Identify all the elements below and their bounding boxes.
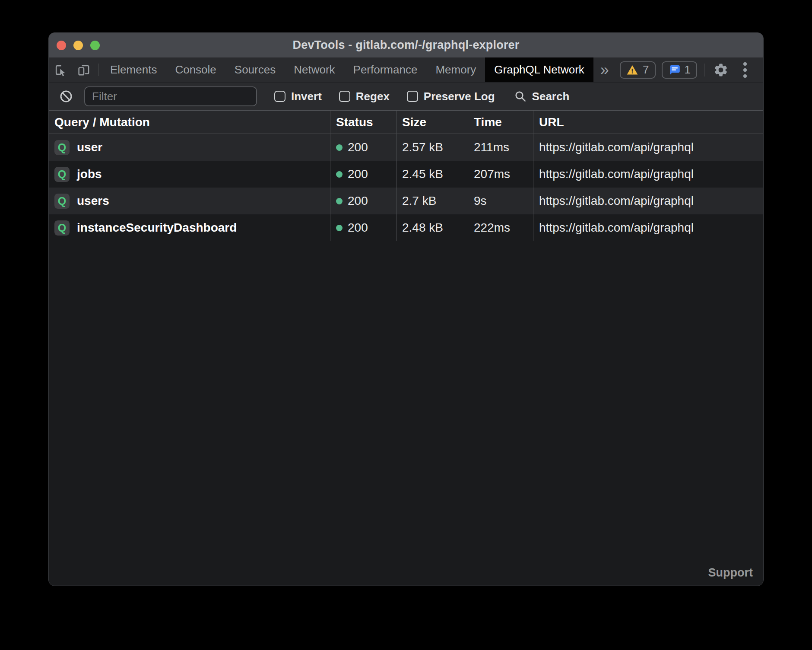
time-value: 9s [474, 194, 487, 208]
warnings-badge[interactable]: 7 [620, 61, 655, 79]
tab-memory[interactable]: Memory [426, 57, 485, 82]
table-row[interactable]: Q user 200 2.57 kB 211ms https://gitlab.… [49, 134, 763, 161]
query-type-badge: Q [54, 140, 70, 155]
status-value: 200 [348, 221, 368, 235]
column-header-size[interactable]: Size [396, 111, 468, 134]
warnings-count: 7 [643, 63, 649, 76]
invert-label: Invert [291, 90, 322, 103]
preserve-log-checkbox[interactable] [407, 91, 418, 102]
tab-console[interactable]: Console [166, 57, 225, 82]
window-title: DevTools - gitlab.com/-/graphql-explorer [292, 38, 519, 52]
status-ok-dot-icon [336, 225, 343, 231]
query-name: instanceSecurityDashboard [77, 221, 237, 235]
devtools-tabbar: Elements Console Sources Network Perform… [49, 57, 763, 83]
issues-count: 1 [685, 63, 691, 76]
invert-checkbox[interactable] [274, 91, 285, 102]
devtools-window: DevTools - gitlab.com/-/graphql-explorer… [48, 32, 764, 586]
column-header-query[interactable]: Query / Mutation [49, 111, 330, 134]
gear-icon [713, 62, 729, 78]
minimize-window-button[interactable] [73, 41, 83, 50]
warning-triangle-icon [626, 64, 638, 76]
size-value: 2.57 kB [402, 140, 443, 154]
requests-table: Query / Mutation Status Size Time URL Q … [49, 111, 763, 241]
table-header: Query / Mutation Status Size Time URL [49, 111, 763, 134]
tabbar-divider [98, 64, 98, 76]
kebab-icon [743, 62, 747, 66]
regex-label: Regex [356, 90, 390, 103]
regex-checkbox-group[interactable]: Regex [339, 90, 390, 103]
size-value: 2.45 kB [402, 167, 443, 181]
search-icon [514, 90, 527, 103]
size-value: 2.48 kB [402, 221, 443, 235]
preserve-log-label: Preserve Log [424, 90, 495, 103]
settings-button[interactable] [711, 62, 730, 78]
status-ok-dot-icon [336, 198, 343, 204]
clear-requests-button[interactable] [59, 89, 73, 103]
query-type-badge: Q [54, 220, 70, 236]
query-name: user [77, 140, 102, 154]
tab-elements[interactable]: Elements [101, 57, 166, 82]
message-bubble-icon [668, 64, 680, 76]
toggle-device-toolbar-button[interactable] [72, 57, 95, 82]
more-options-button[interactable] [736, 62, 754, 78]
tab-network[interactable]: Network [285, 57, 344, 82]
url-value: https://gitlab.com/api/graphql [539, 221, 694, 235]
query-name: jobs [77, 167, 102, 181]
query-name: users [77, 194, 109, 208]
column-header-time[interactable]: Time [468, 111, 533, 134]
more-tabs-chevron-icon[interactable]: » [593, 57, 616, 82]
table-row[interactable]: Q jobs 200 2.45 kB 207ms https://gitlab.… [49, 161, 763, 188]
url-value: https://gitlab.com/api/graphql [539, 167, 694, 181]
zoom-window-button[interactable] [90, 41, 100, 50]
tab-performance[interactable]: Performance [344, 57, 427, 82]
column-header-url[interactable]: URL [533, 111, 763, 134]
status-ok-dot-icon [336, 171, 343, 178]
tab-sources[interactable]: Sources [225, 57, 285, 82]
query-type-badge: Q [54, 167, 70, 182]
tab-graphql-network[interactable]: GraphQL Network [485, 57, 593, 82]
search-button[interactable]: Search [514, 90, 570, 103]
table-row[interactable]: Q instanceSecurityDashboard 200 2.48 kB … [49, 214, 763, 241]
search-label: Search [532, 90, 570, 103]
size-value: 2.7 kB [402, 194, 436, 208]
status-value: 200 [348, 167, 368, 181]
tabbar-right-divider [704, 64, 704, 76]
time-value: 207ms [474, 167, 510, 181]
close-window-button[interactable] [57, 41, 66, 50]
table-row[interactable]: Q users 200 2.7 kB 9s https://gitlab.com… [49, 188, 763, 214]
issues-badge[interactable]: 1 [662, 61, 697, 79]
invert-checkbox-group[interactable]: Invert [274, 90, 322, 103]
titlebar: DevTools - gitlab.com/-/graphql-explorer [49, 33, 763, 57]
block-icon [59, 89, 73, 103]
status-value: 200 [348, 194, 368, 208]
time-value: 222ms [474, 221, 510, 235]
url-value: https://gitlab.com/api/graphql [539, 140, 694, 154]
device-toolbar-icon [77, 63, 91, 77]
regex-checkbox[interactable] [339, 91, 350, 102]
support-link[interactable]: Support [708, 566, 753, 580]
preserve-log-checkbox-group[interactable]: Preserve Log [407, 90, 495, 103]
status-ok-dot-icon [336, 144, 343, 151]
filter-toolbar: Invert Regex Preserve Log Search [49, 83, 763, 111]
inspect-cursor-icon [54, 63, 67, 77]
filter-input[interactable] [84, 86, 257, 106]
time-value: 211ms [474, 140, 509, 154]
url-value: https://gitlab.com/api/graphql [539, 194, 694, 208]
column-header-status[interactable]: Status [330, 111, 396, 134]
traffic-lights [57, 33, 100, 57]
query-type-badge: Q [54, 194, 70, 209]
status-value: 200 [348, 140, 368, 154]
inspect-element-button[interactable] [49, 57, 72, 82]
